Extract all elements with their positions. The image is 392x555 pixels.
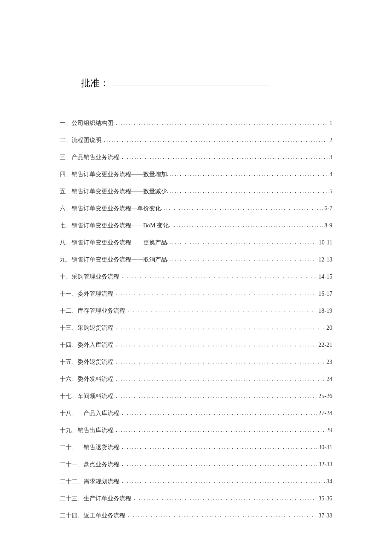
toc-page: 8-9 [323,222,332,229]
toc-entry: 十二、库存管理业务流程 18-19 [60,307,332,315]
toc-entry: 十九、销售出库流程 29 [60,427,332,434]
toc-title: 四、销售订单变更业务流程——数量增加 [60,171,167,178]
toc-entry: 二十二、需求规划流程 34 [60,478,332,485]
toc-title: 二十一、盘点业务流程 [60,461,119,468]
toc-dots [113,427,326,433]
toc-dots [119,461,317,468]
toc-title: 一、公司组织结构图 [60,119,113,127]
toc-dots [131,495,317,502]
table-of-contents: 一、公司组织结构图 1 二、流程图说明 2 三、产品销售业务流程 3 四、销售订… [60,119,332,520]
toc-page: 1 [329,120,332,127]
toc-entry: 十六、委外发料流程 24 [60,375,332,383]
toc-page: 34 [326,478,332,485]
toc-title: 十二、库存管理业务流程 [60,307,125,315]
toc-entry: 三、产品销售业务流程 3 [60,154,332,161]
toc-entry: 十七、车间领料流程 25-26 [60,392,332,400]
toc-title: 八、销售订单变更业务流程——更换产品 [60,239,167,247]
toc-title: 三、产品销售业务流程 [60,154,119,161]
toc-dots [113,342,317,348]
toc-page: 37-38 [317,512,332,519]
toc-entry: 十五、委外退货流程 23 [60,358,332,366]
toc-title: 二十三、生产订单业务流程 [60,495,131,503]
toc-title: 十八、 产品入库流程 [60,410,119,417]
toc-dots [161,205,323,212]
toc-page: 24 [326,376,332,383]
toc-dots [125,512,317,519]
toc-dots [167,188,329,195]
toc-title: 七、销售订单变更业务流程——BoM 变化 [60,222,169,230]
toc-title: 九、销售订单变更业务流程一一取消产品 [60,256,167,264]
toc-page: 3 [329,154,332,161]
toc-entry: 二十一、盘点业务流程 32-33 [60,461,332,468]
toc-page: 35-36 [317,495,332,502]
toc-page: 23 [326,359,332,366]
approval-label: 批准： [81,77,109,90]
toc-page: 10-11 [318,239,332,246]
toc-title: 十一、委外管理流程 [60,290,113,298]
toc-dots [113,120,329,126]
toc-dots [125,308,317,314]
toc-entry: 六、销售订单变更业务流程一单价变化 6-7 [60,205,332,212]
toc-page: 5 [329,188,332,195]
toc-title: 二十二、需求规划流程 [60,478,119,485]
toc-page: 30-31 [317,444,332,451]
toc-page: 6-7 [323,205,332,212]
toc-dots [101,137,329,143]
toc-dots [113,325,326,331]
toc-dots [113,376,326,382]
toc-title: 二十、 销售退货流程 [60,444,119,451]
approval-underline [112,85,270,85]
toc-entry: 十四、委外入库流程 22-21 [60,341,332,349]
toc-dots [113,393,317,399]
toc-dots [119,410,317,416]
toc-dots [113,359,326,365]
toc-dots [167,256,317,263]
toc-entry: 五、销售订单变更业务流程——数量减少 5 [60,188,332,195]
toc-title: 十九、销售出库流程 [60,427,113,434]
toc-dots [167,171,329,177]
toc-dots [119,444,317,450]
toc-page: 12-13 [317,256,332,263]
toc-entry: 十三、采购退货流程 20 [60,324,332,332]
toc-page: 22-21 [317,342,332,349]
toc-page: 32-33 [317,461,332,468]
toc-dots [119,478,326,485]
toc-entry: 二、流程图说明 2 [60,137,332,144]
toc-entry: 十一、委外管理流程 16-17 [60,290,332,298]
toc-page: 4 [329,171,332,178]
toc-title: 十四、委外入库流程 [60,341,113,349]
toc-entry: 二十、 销售退货流程 30-31 [60,444,332,451]
toc-dots [119,154,329,160]
toc-dots [113,291,317,297]
toc-title: 十三、采购退货流程 [60,324,113,332]
toc-dots [169,222,323,229]
toc-page: 27-28 [317,410,332,417]
toc-entry: 九、销售订单变更业务流程一一取消产品 12-13 [60,256,332,264]
toc-title: 十六、委外发料流程 [60,375,113,383]
toc-title: 五、销售订单变更业务流程——数量减少 [60,188,167,195]
toc-entry: 十、采购管理业务流程 14-15 [60,273,332,281]
toc-dots [167,239,318,246]
toc-entry: 二十三、生产订单业务流程 35-36 [60,495,332,503]
toc-entry: 一、公司组织结构图 1 [60,119,332,127]
toc-entry: 四、销售订单变更业务流程——数量增加 4 [60,171,332,178]
toc-dots [119,273,317,280]
toc-title: 十七、车间领料流程 [60,392,113,400]
toc-title: 六、销售订单变更业务流程一单价变化 [60,205,161,212]
toc-page: 20 [326,325,332,331]
toc-page: 2 [329,137,332,144]
toc-page: 25-26 [317,393,332,400]
toc-entry: 二十四、返工单业务流程 37-38 [60,512,332,520]
toc-title: 二、流程图说明 [60,137,101,144]
toc-page: 29 [326,427,332,434]
toc-title: 十五、委外退货流程 [60,358,113,366]
toc-page: 16-17 [317,291,332,297]
toc-page: 14-15 [317,273,332,280]
toc-entry: 七、销售订单变更业务流程——BoM 变化 8-9 [60,222,332,230]
toc-page: 18-19 [317,308,332,314]
toc-title: 十、采购管理业务流程 [60,273,119,281]
toc-entry: 十八、 产品入库流程 27-28 [60,410,332,417]
toc-entry: 八、销售订单变更业务流程——更换产品 10-11 [60,239,332,247]
approval-section: 批准： [81,77,332,90]
toc-title: 二十四、返工单业务流程 [60,512,125,520]
